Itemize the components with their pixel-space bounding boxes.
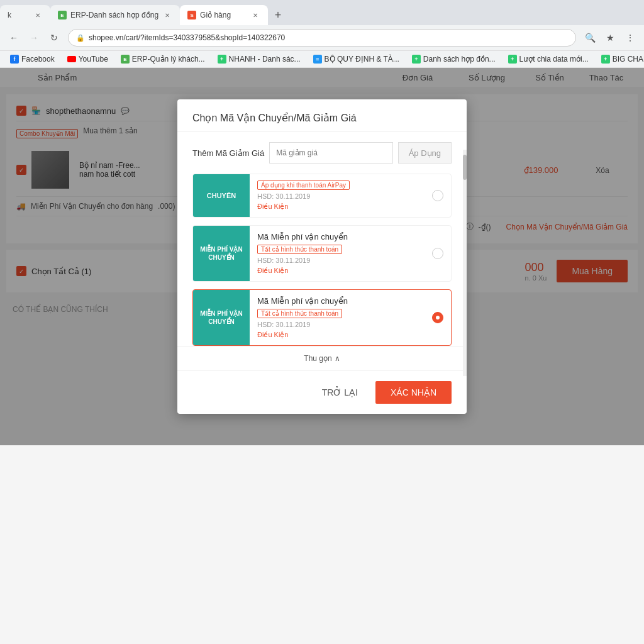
bookmark-big-change-label: BIG CHANGE xyxy=(613,55,644,64)
luot-chia-favicon: + xyxy=(508,55,517,64)
tab-erp-label: ERP-Danh sách hợp đồng xyxy=(70,11,158,19)
tab-erp-close[interactable]: ✕ xyxy=(162,10,172,20)
modal-overlay: Chọn Mã Vận Chuyển/Mã Giảm Giá Thêm Mã G… xyxy=(0,68,644,445)
lock-icon: 🔒 xyxy=(76,34,85,42)
tab-1-close[interactable]: ✕ xyxy=(33,10,43,20)
address-text: shopee.vn/cart/?itemIds=3403379585&shopI… xyxy=(89,33,568,42)
voucher-1-info: Áp dụng khi thanh toán AirPay HSD: 30.11… xyxy=(250,174,425,217)
toolbar-actions: 🔍 ★ ⋮ xyxy=(581,29,639,47)
voucher-3-tag-row: Tất cả hình thức thanh toán xyxy=(257,308,417,318)
voucher-3-radio-circle[interactable] xyxy=(432,312,443,323)
promo-input-row: Thêm Mã Giảm Giá Áp Dụng xyxy=(177,132,467,174)
voucher-3-title: Mã Miễn phí vận chuyển xyxy=(257,296,417,306)
voucher-1-promo-note: Áp dụng khi thanh toán AirPay xyxy=(257,180,417,190)
voucher-3-condition[interactable]: Điều Kiện xyxy=(257,331,417,339)
voucher-1-badge-text: CHUYÊN xyxy=(207,191,236,200)
voucher-modal: Chọn Mã Vận Chuyển/Mã Giảm Giá Thêm Mã G… xyxy=(177,99,467,414)
bookmark-youtube-label: YouTube xyxy=(79,55,108,64)
tab-1[interactable]: k ✕ xyxy=(0,5,50,25)
apply-button[interactable]: Áp Dụng xyxy=(398,142,452,164)
page-content: Sản Phẩm Đơn Giá Số Lượng Số Tiền Thao T… xyxy=(0,68,644,445)
danh-sach-favicon: + xyxy=(412,55,421,64)
bookmark-bo-quy-dinh[interactable]: ≡ BỘ QUY ĐỊNH & TÀ... xyxy=(308,53,404,65)
voucher-item-3: MIỄN PHÍ VẬN CHUYỂN Mã Miễn phí vận chuy… xyxy=(192,289,452,346)
voucher-2-badge-text: MIỄN PHÍ VẬN CHUYỂN xyxy=(198,245,245,262)
modal-title: Chọn Mã Vận Chuyển/Mã Giảm Giá xyxy=(192,113,357,123)
big-change-favicon: + xyxy=(601,55,610,64)
reload-button[interactable]: ↻ xyxy=(45,29,63,47)
tab-erp[interactable]: E ERP-Danh sách hợp đồng ✕ xyxy=(50,5,180,25)
bookmarks-bar: f Facebook YouTube E ERP-Quản lý khách..… xyxy=(0,51,644,68)
bookmark-erp[interactable]: E ERP-Quản lý khách... xyxy=(116,53,210,65)
confirm-button[interactable]: XÁC NHẬN xyxy=(375,381,452,404)
scrollbar-thumb xyxy=(463,155,467,180)
voucher-1-radio-circle[interactable] xyxy=(432,190,443,201)
bookmark-facebook-label: Facebook xyxy=(21,55,55,64)
voucher-3-badge-text: MIỄN PHÍ VẬN CHUYỂN xyxy=(198,309,245,326)
collapse-icon: ∧ xyxy=(335,354,340,363)
voucher-item-2: MIỄN PHÍ VẬN CHUYỂN Mã Miễn phí vận chuy… xyxy=(192,225,452,282)
bookmark-big-change[interactable]: + BIG CHANGE xyxy=(596,53,644,65)
bookmark-danh-sach-label: Danh sách hợp đồn... xyxy=(423,55,496,64)
tab-erp-favicon: E xyxy=(58,11,67,19)
nhanh-favicon: + xyxy=(218,55,226,64)
back-button[interactable]: ← xyxy=(5,29,23,47)
modal-header: Chọn Mã Vận Chuyển/Mã Giảm Giá xyxy=(177,99,467,132)
bookmark-button[interactable]: ★ xyxy=(601,29,619,47)
voucher-1-promo-tag: Áp dụng khi thanh toán AirPay xyxy=(257,180,350,190)
facebook-favicon: f xyxy=(10,55,19,64)
bookmark-danh-sach[interactable]: + Danh sách hợp đồn... xyxy=(407,53,501,65)
collapse-row[interactable]: Thu gọn ∧ xyxy=(177,346,467,370)
voucher-2-condition[interactable]: Điều Kiện xyxy=(257,267,417,275)
bookmark-nhanh-label: NHANH - Danh sác... xyxy=(229,55,301,64)
voucher-3-tag: Tất cả hình thức thanh toán xyxy=(257,309,342,318)
promo-label: Thêm Mã Giảm Giá xyxy=(192,148,264,158)
voucher-item-1: CHUYÊN Áp dụng khi thanh toán AirPay HSD… xyxy=(192,174,452,218)
voucher-1-radio[interactable] xyxy=(425,174,451,217)
bo-quy-dinh-favicon: ≡ xyxy=(313,55,322,64)
bookmark-bo-quy-dinh-label: BỘ QUY ĐỊNH & TÀ... xyxy=(325,55,399,64)
tab-shopee[interactable]: S Giỏ hàng ✕ xyxy=(180,5,268,25)
bookmark-luot-chia-label: Lượt chia data mới... xyxy=(519,55,589,64)
voucher-3-radio[interactable] xyxy=(425,290,451,345)
voucher-2-tag: Tất cả hình thức thanh toán xyxy=(257,245,342,254)
voucher-1-condition[interactable]: Điều Kiện xyxy=(257,203,417,211)
voucher-2-badge: MIỄN PHÍ VẬN CHUYỂN xyxy=(193,226,250,281)
voucher-2-radio[interactable] xyxy=(425,226,451,281)
bookmark-facebook[interactable]: f Facebook xyxy=(5,53,60,65)
voucher-2-tag-row: Tất cả hình thức thanh toán xyxy=(257,244,417,254)
tab-1-label: k xyxy=(8,11,11,19)
browser-toolbar: ← → ↻ 🔒 shopee.vn/cart/?itemIds=34033795… xyxy=(0,25,644,51)
voucher-2-radio-circle[interactable] xyxy=(432,248,443,259)
new-tab-button[interactable]: + xyxy=(268,5,288,25)
back-button-modal[interactable]: TRỞ LẠI xyxy=(312,382,368,402)
modal-scrollbar[interactable] xyxy=(463,150,467,376)
promo-code-input[interactable] xyxy=(269,142,392,164)
voucher-2-info: Mã Miễn phí vận chuyển Tất cả hình thức … xyxy=(250,226,425,281)
forward-button[interactable]: → xyxy=(25,29,43,47)
erp-favicon: E xyxy=(121,55,130,64)
modal-body: Thêm Mã Giảm Giá Áp Dụng CHUYÊN xyxy=(177,132,467,370)
address-bar[interactable]: 🔒 shopee.vn/cart/?itemIds=3403379585&sho… xyxy=(68,29,576,47)
voucher-3-info: Mã Miễn phí vận chuyển Tất cả hình thức … xyxy=(250,290,425,345)
tab-shopee-close[interactable]: ✕ xyxy=(250,10,260,20)
browser-tabs: k ✕ E ERP-Danh sách hợp đồng ✕ S Giỏ hàn… xyxy=(0,0,644,25)
bookmark-luot-chia[interactable]: + Lượt chia data mới... xyxy=(503,53,594,65)
youtube-favicon xyxy=(67,56,76,62)
bookmark-youtube[interactable]: YouTube xyxy=(62,53,113,65)
voucher-3-badge: MIỄN PHÍ VẬN CHUYỂN xyxy=(193,290,250,345)
vouchers-list: CHUYÊN Áp dụng khi thanh toán AirPay HSD… xyxy=(177,174,467,346)
voucher-1-expiry: HSD: 30.11.2019 xyxy=(257,192,417,200)
bookmark-nhanh[interactable]: + NHANH - Danh sác... xyxy=(213,53,306,65)
menu-button[interactable]: ⋮ xyxy=(621,29,639,47)
voucher-1-badge: CHUYÊN xyxy=(193,174,250,217)
browser-chrome: k ✕ E ERP-Danh sách hợp đồng ✕ S Giỏ hàn… xyxy=(0,0,644,445)
collapse-label: Thu gọn xyxy=(304,354,331,363)
tab-shopee-favicon: S xyxy=(187,11,196,19)
voucher-2-title: Mã Miễn phí vận chuyển xyxy=(257,232,417,242)
modal-footer: TRỞ LẠI XÁC NHẬN xyxy=(177,370,467,414)
search-button[interactable]: 🔍 xyxy=(581,29,599,47)
tab-shopee-label: Giỏ hàng xyxy=(200,11,247,19)
nav-buttons: ← → ↻ xyxy=(5,29,63,47)
voucher-2-expiry: HSD: 30.11.2019 xyxy=(257,257,417,264)
